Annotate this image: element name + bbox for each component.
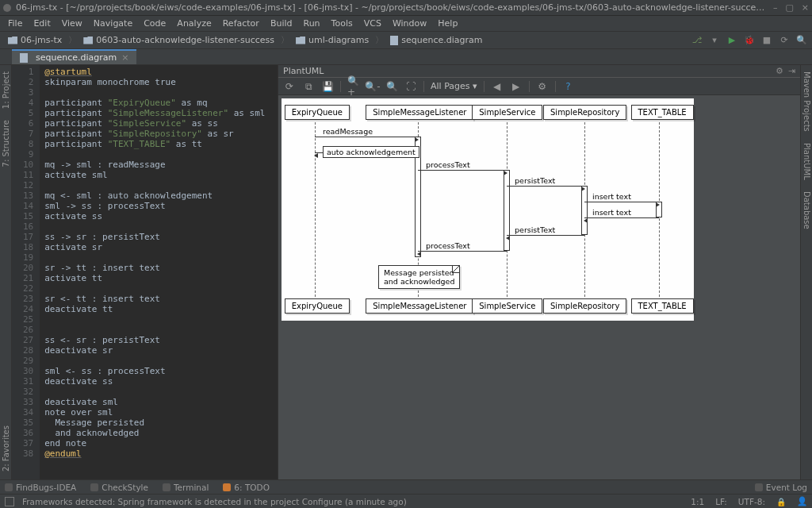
zoom-fit-icon[interactable]: ⛶: [404, 80, 417, 93]
window-title-bar: 06-jms-tx - [~/prg/projects/book/eiws/co…: [0, 0, 812, 16]
plantuml-title: PlantUML: [283, 66, 324, 76]
vcs-branch-icon[interactable]: ⎇: [691, 35, 703, 46]
next-page-icon[interactable]: ▶: [510, 80, 523, 93]
tool-checkstyle[interactable]: CheckStyle: [90, 483, 148, 492]
participant-SimpleMessageListener: SimpleMessageListener: [366, 105, 473, 120]
close-icon[interactable]: ×: [802, 2, 809, 13]
encoding[interactable]: UTF-8:: [738, 497, 765, 506]
line-number-gutter: 1 2 3 4 5 6 7 8 9 10 11 12 13 14 15 16 1…: [12, 65, 40, 479]
participant-SimpleService: SimpleService: [472, 298, 542, 314]
menu-window[interactable]: Window: [388, 17, 431, 30]
tool-terminal[interactable]: Terminal: [163, 483, 209, 492]
menu-analyze[interactable]: Analyze: [172, 17, 216, 30]
menu-navigate[interactable]: Navigate: [89, 17, 137, 30]
right-tool-strip: Maven Projects PlantUML Database: [800, 65, 812, 479]
crumb-0[interactable]: 06-jms-tx: [5, 35, 65, 45]
message-label: processText: [426, 160, 470, 169]
tool-tab-favorites[interactable]: 2: Favorites: [2, 422, 10, 475]
crumb-1[interactable]: 0603-auto-acknowledge-listener-success: [80, 35, 278, 45]
settings-icon[interactable]: ⚙: [536, 80, 549, 93]
minimize-icon[interactable]: –: [773, 2, 778, 13]
crumb-sep: 〉: [68, 34, 77, 46]
menu-tools[interactable]: Tools: [327, 17, 358, 30]
tab-sequence-diagram[interactable]: sequence.diagram: [12, 49, 136, 64]
participant-SimpleMessageListener: SimpleMessageListener: [366, 298, 473, 314]
crumb-3[interactable]: sequence.diagram: [387, 35, 485, 45]
bottom-tool-bar: FindBugs-IDEA CheckStyle Terminal 6: TOD…: [0, 479, 812, 494]
crumb-2[interactable]: uml-diagrams: [293, 35, 372, 45]
note-box: Message persistedand acknowledged: [378, 265, 460, 289]
plantuml-pane: PlantUML ⚙ ⇥ ⟳ ⧉ 💾 🔍+ 🔍- 🔍 ⛶ All Pages ▾…: [278, 65, 800, 479]
activation-bar: [581, 186, 588, 235]
main-area: 1: Project 7: Structure 2: Favorites 1 2…: [0, 65, 812, 479]
sep: [529, 81, 530, 92]
label: FindBugs-IDEA: [16, 483, 76, 492]
message-label: processText: [426, 241, 470, 250]
code-area[interactable]: @startuml skinparam monochrome true part…: [40, 65, 278, 479]
tool-tab-plantuml[interactable]: PlantUML: [802, 140, 811, 183]
menu-run[interactable]: Run: [299, 17, 325, 30]
plantuml-canvas-wrap[interactable]: ExpiryQueueExpiryQueueSimpleMessageListe…: [278, 95, 800, 479]
sep: [340, 81, 341, 92]
update-icon[interactable]: ⟳: [779, 35, 790, 46]
menu-file[interactable]: File: [3, 17, 27, 30]
plantuml-toolbar: ⟳ ⧉ 💾 🔍+ 🔍- 🔍 ⛶ All Pages ▾ ◀ ▶ ⚙ ?: [278, 78, 800, 95]
folder-icon: [296, 37, 305, 44]
line-ending[interactable]: LF:: [715, 497, 727, 506]
collapse-icon[interactable]: ⇥: [788, 66, 795, 76]
lock-icon[interactable]: [776, 497, 786, 506]
sep: [555, 81, 556, 92]
message-label: persistText: [515, 176, 555, 185]
tab-close-icon[interactable]: [121, 52, 128, 63]
menu-view[interactable]: View: [57, 17, 87, 30]
caret-position[interactable]: 1:1: [691, 497, 704, 506]
label: 6: TODO: [234, 483, 270, 492]
zoom-reset-icon[interactable]: 🔍: [385, 80, 398, 93]
participant-TEXT_TABLE: TEXT_TABLE: [631, 105, 694, 120]
crumb-label: uml-diagrams: [308, 35, 369, 45]
tool-todo[interactable]: 6: TODO: [223, 483, 270, 492]
message-arrow: [315, 137, 418, 137]
run-icon[interactable]: ▶: [726, 35, 737, 46]
help-icon[interactable]: ?: [562, 80, 575, 93]
pages-dropdown[interactable]: All Pages ▾: [431, 81, 477, 91]
menu-refactor[interactable]: Refactor: [218, 17, 264, 30]
tool-event-log[interactable]: Event Log: [755, 483, 807, 492]
refresh-icon[interactable]: ⟳: [283, 80, 296, 93]
search-icon[interactable]: 🔍: [796, 35, 807, 46]
participant-ExpiryQueue: ExpiryQueue: [285, 298, 350, 314]
run-config-dropdown[interactable]: ▾: [709, 35, 720, 46]
message-arrow: [584, 202, 659, 202]
stop-icon[interactable]: ■: [761, 35, 772, 46]
folder-icon: [8, 37, 17, 44]
message-arrow: [418, 170, 507, 171]
zoom-in-icon[interactable]: 🔍+: [347, 80, 360, 93]
gear-icon[interactable]: ⚙: [776, 66, 783, 76]
editor-pane[interactable]: 1 2 3 4 5 6 7 8 9 10 11 12 13 14 15 16 1…: [12, 65, 278, 479]
tool-tab-project[interactable]: 1: Project: [2, 68, 10, 112]
participant-TEXT_TABLE: TEXT_TABLE: [631, 298, 694, 314]
menu-help[interactable]: Help: [433, 17, 462, 30]
maximize-icon[interactable]: ▢: [785, 2, 793, 13]
sequence-diagram: ExpiryQueueExpiryQueueSimpleMessageListe…: [282, 98, 694, 321]
tool-findbugs[interactable]: FindBugs-IDEA: [5, 483, 76, 492]
tool-tab-maven[interactable]: Maven Projects: [802, 68, 811, 135]
log-icon: [755, 483, 763, 491]
window-controls: – ▢ ×: [773, 2, 809, 13]
copy-icon[interactable]: ⧉: [302, 80, 315, 93]
crumb-label: 0603-auto-acknowledge-listener-success: [96, 35, 274, 45]
tool-tab-structure[interactable]: 7: Structure: [2, 117, 10, 170]
menu-code[interactable]: Code: [139, 17, 170, 30]
tool-tab-database[interactable]: Database: [802, 188, 811, 233]
status-icon[interactable]: [5, 497, 14, 506]
message-arrow: [418, 251, 507, 252]
hector-icon[interactable]: 👤: [797, 496, 807, 506]
debug-icon[interactable]: 🐞: [744, 35, 755, 46]
menu-build[interactable]: Build: [266, 17, 297, 30]
zoom-out-icon[interactable]: 🔍-: [366, 80, 379, 93]
menu-vcs[interactable]: VCS: [359, 17, 386, 30]
menu-edit[interactable]: Edit: [29, 17, 55, 30]
message-arrow: [507, 235, 584, 236]
save-icon[interactable]: 💾: [321, 80, 334, 93]
prev-page-icon[interactable]: ◀: [491, 80, 504, 93]
